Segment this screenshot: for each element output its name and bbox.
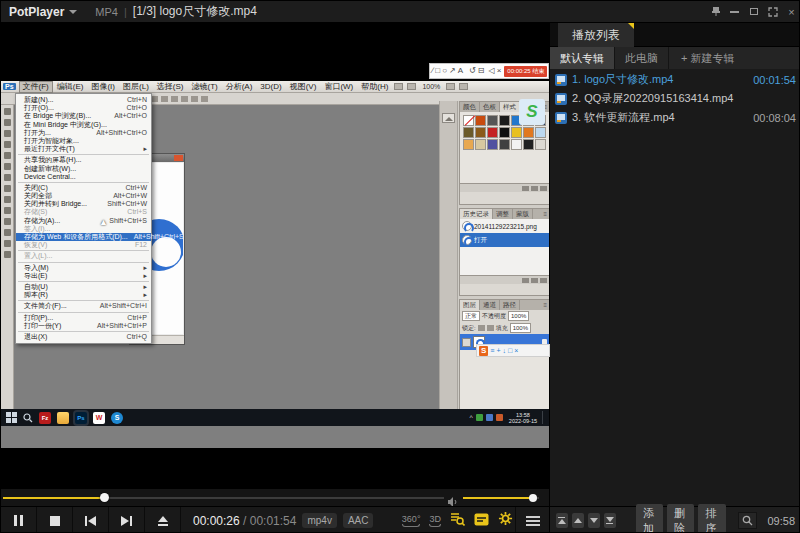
video-codec-badge[interactable]: mp4v <box>302 513 336 528</box>
move-down-button[interactable] <box>588 513 600 528</box>
ps-toolbar-icon <box>446 83 455 90</box>
stop-button[interactable] <box>37 507 73 533</box>
file-menu-item: 最近打开文件(T)▸ <box>16 145 151 153</box>
album-tab-0[interactable]: 默认专辑 <box>550 47 614 69</box>
media-file-icon <box>555 93 567 105</box>
pin-icon[interactable] <box>706 1 725 22</box>
ps-menubar: Ps 文件(F)编辑(E)图像(I)图层(L)选择(S)滤镜(T)分析(A)3D… <box>1 81 549 93</box>
qq-tool-icon: ≡ <box>490 346 494 356</box>
panel-tab: 历史记录 <box>460 209 493 219</box>
audio-codec-badge[interactable]: AAC <box>343 513 374 528</box>
ps-tool-icon <box>4 207 11 214</box>
file-menu-item: 置入(L)... <box>16 252 151 260</box>
ps-tool-icon <box>4 108 11 115</box>
sort-button[interactable]: 排序 <box>698 504 725 533</box>
ps-toolbar-icon <box>394 83 403 90</box>
panel-tab: 路径 <box>500 300 520 310</box>
file-menu-item: 打开为智能对象... <box>16 137 151 145</box>
tray-icon <box>476 414 483 421</box>
active-tab-marker <box>628 23 634 29</box>
playlist-item-0[interactable]: 1. logo尺寸修改.mp400:01:54 <box>550 70 800 89</box>
file-menu-item: 文件简介(F)...Alt+Shift+Ctrl+I <box>16 302 151 310</box>
pen-icon: ∕ <box>432 66 433 76</box>
playlist-tab-label: 播放列表 <box>572 27 620 44</box>
playlist-item-2[interactable]: 3. 软件更新流程.mp400:08:04 <box>550 108 800 127</box>
playlist-panel: 播放列表 默认专辑此电脑+ 新建专辑 1. logo尺寸修改.mp400:01:… <box>549 23 800 533</box>
album-tabs: 默认专辑此电脑+ 新建专辑 <box>550 47 800 69</box>
subtitle-button[interactable] <box>474 512 489 530</box>
app-menu-button[interactable]: PotPlayer <box>9 5 64 19</box>
time-display: 00:00:26 / 00:01:54 <box>193 514 296 528</box>
remove-button[interactable]: 删除 <box>667 504 694 533</box>
maximize-button[interactable] <box>744 1 763 22</box>
volume-level <box>463 497 533 499</box>
ps-tool-icon <box>4 196 11 203</box>
ps-layers-panel: 图层通道路径≡ 正常 不透明度 100% 锁定: 填充 100% <box>459 299 550 409</box>
file-menu-item: 存储(S)Ctrl+S <box>16 208 151 216</box>
tab-playlist[interactable]: 播放列表 <box>558 23 634 47</box>
panel-tab: 样式 <box>500 102 520 112</box>
ps-logo: Ps <box>3 83 16 90</box>
messenger-icon: S <box>111 412 123 424</box>
seekbar-row <box>1 489 549 506</box>
menu-separator <box>18 182 149 183</box>
vr-360-button[interactable]: 360° <box>402 515 421 527</box>
move-up-button[interactable] <box>572 513 584 528</box>
blend-mode-dropdown: 正常 <box>462 311 480 321</box>
panel-tab: 图层 <box>460 300 480 310</box>
ps-menu-item-5: 滤镜(T) <box>187 81 221 93</box>
pause-button[interactable] <box>1 507 37 533</box>
history-label: 打开 <box>474 236 487 245</box>
album-tab-1[interactable]: 此电脑 <box>615 47 668 69</box>
ps-tool-icon <box>4 185 11 192</box>
minimize-button[interactable] <box>725 1 744 22</box>
next-button[interactable] <box>109 507 145 533</box>
hamburger-menu-button[interactable] <box>515 507 549 533</box>
item-name: 2. QQ录屏20220915163414.mp4 <box>572 91 733 106</box>
style-swatch <box>535 139 546 150</box>
file-menu-item: 打开为...Alt+Shift+Ctrl+O <box>16 129 151 137</box>
previous-button[interactable] <box>73 507 109 533</box>
screen-recorder-toolbar: ∕ □ ○ ↗ A ↺ ⊟ ◁ × 00:00:25 结束 <box>429 63 549 79</box>
move-top-button[interactable] <box>556 513 568 528</box>
media-file-icon <box>555 112 567 124</box>
style-swatch <box>523 139 534 150</box>
window-controls: × <box>706 1 800 22</box>
taskbar-clock: 13:58 2022-09-15 <box>509 412 537 424</box>
ps-dock-strip <box>440 101 458 409</box>
file-menu-item: 打印一份(Y)Alt+Shift+Ctrl+P <box>16 322 151 330</box>
fullscreen-button[interactable] <box>763 1 782 22</box>
qq-recorder-logo: S <box>479 346 488 356</box>
move-bottom-button[interactable] <box>604 513 616 528</box>
style-swatch <box>511 139 522 150</box>
tray-icon <box>496 414 503 421</box>
chevron-down-icon[interactable] <box>69 10 77 14</box>
playlist-search-box[interactable] <box>738 512 758 529</box>
playlist-item-1[interactable]: 2. QQ录屏20220915163414.mp4 <box>550 89 800 108</box>
add-button[interactable]: 添加 <box>636 504 663 533</box>
playlist-search-button[interactable] <box>450 512 465 530</box>
panel-tab: 蒙版 <box>513 209 533 219</box>
settings-button[interactable] <box>498 511 513 530</box>
volume-slider[interactable] <box>463 497 539 499</box>
menu-separator <box>18 262 149 263</box>
file-menu-item: Device Central... <box>16 173 151 181</box>
3d-button[interactable]: 3D <box>429 515 441 527</box>
playlist-clock: 09:58 <box>767 515 795 527</box>
item-duration: 00:01:54 <box>753 74 796 86</box>
eject-icon <box>158 516 168 526</box>
seek-slider[interactable] <box>3 497 444 499</box>
ps-menu-item-0: 文件(F) <box>19 81 53 93</box>
open-file-button[interactable] <box>145 507 181 533</box>
ps-tool-icon <box>4 174 11 181</box>
album-tab-2[interactable]: + 新建专辑 <box>669 47 800 69</box>
close-button[interactable]: × <box>782 1 800 22</box>
recording-timer-stop-button: 00:00:25 结束 <box>504 66 547 77</box>
seek-knob[interactable] <box>100 493 109 502</box>
ps-menu-item-4: 选择(S) <box>153 81 188 93</box>
video-display[interactable]: ∕ □ ○ ↗ A ↺ ⊟ ◁ × 00:00:25 结束 S Ps 文件(F)… <box>1 23 549 489</box>
volume-knob[interactable] <box>529 494 537 502</box>
file-menu-item: 新建(N)...Ctrl+N <box>16 96 151 104</box>
file-menu-item: 导入(M)▸ <box>16 264 151 272</box>
ps-tool-icon <box>4 130 11 137</box>
